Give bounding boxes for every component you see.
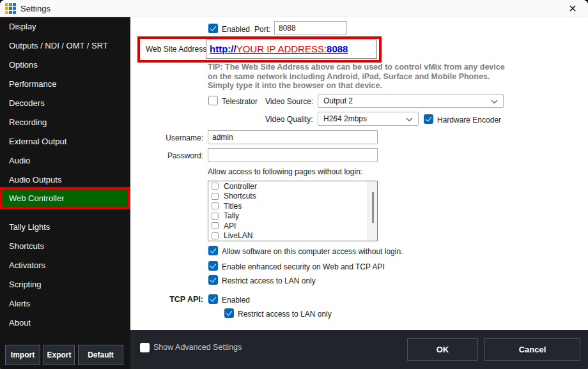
sidebar-item-recording[interactable]: Recording — [0, 113, 130, 132]
close-icon[interactable]: ✕ — [565, 1, 580, 16]
website-scheme: http:// — [210, 43, 236, 54]
video-source-label: Video Source: — [265, 97, 313, 106]
title-bar: Settings ✕ — [0, 0, 588, 17]
shortcuts-checkbox[interactable] — [212, 193, 219, 200]
sidebar-item-web-controller[interactable]: Web Controller — [0, 190, 130, 207]
cancel-button[interactable]: Cancel — [484, 338, 580, 361]
pages-listbox[interactable]: Controller Shortcuts Titles Tally API Li… — [208, 181, 378, 241]
list-item[interactable]: LiveLAN — [208, 231, 377, 241]
website-address-value: http://YOUR IP ADDRESS:8088 — [206, 40, 377, 59]
sidebar-item-activators[interactable]: Activators — [0, 256, 130, 275]
sidebar: Display Outputs / NDI / OMT / SRT Option… — [0, 17, 130, 369]
controller-checkbox[interactable] — [212, 183, 219, 190]
api-checkbox[interactable] — [212, 222, 219, 229]
port-input[interactable] — [274, 21, 347, 34]
scrollbar-thumb[interactable] — [372, 192, 374, 223]
web-enabled-checkbox[interactable] — [208, 24, 218, 33]
username-input[interactable] — [208, 130, 378, 144]
website-host: YOUR IP ADDRESS — [236, 43, 324, 54]
sidebar-item-external-output[interactable]: External Output — [0, 132, 130, 151]
website-address-label: Web Site Address: — [146, 45, 209, 54]
settings-window: Settings ✕ Display Outputs / NDI / OMT /… — [0, 0, 588, 369]
list-item[interactable]: API — [208, 221, 377, 231]
sidebar-item-options[interactable]: Options — [0, 56, 130, 75]
sidebar-item-audio-outputs[interactable]: Audio Outputs — [0, 170, 130, 190]
tally-checkbox[interactable] — [212, 213, 219, 220]
livelan-checkbox[interactable] — [212, 232, 219, 239]
vmix-app-icon — [5, 3, 16, 14]
titles-checkbox[interactable] — [212, 202, 219, 209]
allow-software-label: Allow software on this computer access w… — [222, 247, 403, 256]
telestrator-label: Telestrator — [222, 97, 258, 106]
username-label: Username: — [161, 133, 203, 142]
sidebar-item-outputs[interactable]: Outputs / NDI / OMT / SRT — [0, 36, 130, 56]
tip-text: TIP: The Web Site Address above can be u… — [208, 63, 508, 91]
window-title: Settings — [20, 4, 50, 13]
sidebar-item-display[interactable]: Display — [0, 17, 130, 36]
chevron-down-icon — [491, 100, 498, 104]
sidebar-item-scripting[interactable]: Scripting — [0, 275, 130, 294]
list-item[interactable]: Controller — [208, 181, 377, 192]
tcp-enabled-checkbox[interactable] — [208, 294, 218, 304]
video-quality-select[interactable]: H264 2mbps — [318, 112, 419, 126]
tcp-restrict-lan-checkbox[interactable] — [224, 308, 234, 318]
tcp-restrict-lan-label: Restrict access to LAN only — [238, 310, 332, 319]
video-source-select[interactable]: Output 2 — [318, 94, 504, 108]
sidebar-item-performance[interactable]: Performance — [0, 75, 130, 94]
password-label: Password: — [161, 151, 203, 160]
port-label: Port: — [254, 25, 270, 34]
ok-button[interactable]: OK — [407, 338, 478, 361]
allow-pages-label: Allow access to following pages without … — [208, 167, 362, 176]
password-input[interactable] — [208, 148, 378, 162]
enhanced-security-checkbox[interactable] — [208, 261, 218, 271]
list-item[interactable]: Titles — [208, 201, 377, 211]
sidebar-item-alerts[interactable]: Alerts — [0, 294, 130, 313]
hardware-encoder-checkbox[interactable] — [424, 114, 433, 124]
sidebar-item-audio[interactable]: Audio — [0, 151, 130, 170]
allow-software-checkbox[interactable] — [208, 246, 218, 255]
default-button[interactable]: Default — [78, 345, 123, 365]
telestrator-checkbox[interactable] — [208, 96, 218, 105]
list-item[interactable]: Shortcuts — [208, 192, 377, 202]
restrict-lan-label: Restrict access to LAN only — [222, 276, 316, 285]
sidebar-item-tally-lights[interactable]: Tally Lights — [0, 218, 130, 237]
website-port: 8088 — [327, 43, 348, 54]
tcp-enabled-label: Enabled — [222, 296, 250, 305]
sidebar-item-about[interactable]: About — [0, 313, 130, 333]
video-quality-label: Video Quality: — [265, 115, 313, 124]
enhanced-security-label: Enable enhanced security on Web and TCP … — [222, 262, 385, 271]
tcp-api-label: TCP API: — [161, 295, 203, 304]
listbox-scrollbar[interactable] — [368, 181, 377, 241]
sidebar-item-shortcuts[interactable]: Shortcuts — [0, 237, 130, 256]
list-item[interactable]: Tally — [208, 211, 377, 222]
import-button[interactable]: Import — [5, 345, 40, 365]
hardware-encoder-label: Hardware Encoder — [437, 116, 501, 124]
export-button[interactable]: Export — [43, 345, 75, 365]
chevron-down-icon — [406, 117, 413, 122]
show-advanced-checkbox[interactable] — [140, 343, 150, 352]
show-advanced-label: Show Advanced Settings — [153, 343, 242, 352]
restrict-lan-checkbox[interactable] — [208, 275, 218, 285]
sidebar-item-decoders[interactable]: Decoders — [0, 94, 130, 113]
web-enabled-label: Enabled — [222, 25, 250, 34]
